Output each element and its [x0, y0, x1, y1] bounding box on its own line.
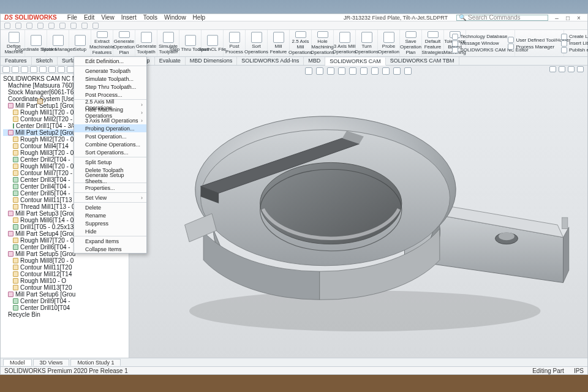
- ribbon--axis[interactable]: 2.5 Axis Mill Operations: [290, 30, 312, 56]
- vp-edit-icon[interactable]: [404, 67, 412, 75]
- vp-orient-icon[interactable]: [327, 67, 334, 75]
- qat-save-icon[interactable]: [37, 23, 43, 29]
- tab-features[interactable]: Features: [1, 57, 32, 65]
- ctx-post-operation-[interactable]: Post Operation...: [74, 132, 146, 140]
- ctx-rename[interactable]: Rename: [74, 211, 146, 219]
- vp-layout-icon[interactable]: [568, 66, 575, 72]
- ribbon-generate[interactable]: Generate Operation Plan: [113, 30, 135, 56]
- tree-item[interactable]: Contour Mill11[T20: [3, 264, 127, 271]
- vp-layout-icon[interactable]: [559, 66, 565, 72]
- tab-solidworks-cam-tbm[interactable]: SOLIDWORKS CAM TBM: [386, 57, 459, 65]
- vp-display-icon[interactable]: [338, 67, 345, 75]
- tab-evaluate[interactable]: Evaluate: [155, 57, 186, 65]
- fm-tab-icon[interactable]: [58, 66, 65, 73]
- vp-close-icon[interactable]: [577, 66, 584, 72]
- fm-tab-icon[interactable]: [2, 66, 10, 73]
- close-button[interactable]: ×: [574, 15, 584, 21]
- ribbon--axis-mill[interactable]: 3 Axis Mill Operations: [334, 30, 356, 56]
- tab-solidworks-add-ins[interactable]: SOLIDWORKS Add-Ins: [237, 57, 304, 65]
- vp-hide-icon[interactable]: [393, 67, 401, 75]
- ribbon-hole[interactable]: Hole Machining Operations: [312, 30, 334, 56]
- ctx-combine-operations-[interactable]: Combine Operations...: [74, 140, 146, 148]
- tree-item[interactable]: Contour Mill13[T20: [3, 284, 127, 291]
- ctx-hole-machining-operations[interactable]: Hole Machining Operations: [74, 108, 146, 116]
- menu-edit[interactable]: Edit: [81, 14, 97, 21]
- ribbon-stock-manager[interactable]: Stock Manager: [47, 30, 69, 56]
- ribbon-probe[interactable]: Probe Operation: [378, 30, 400, 56]
- maximize-button[interactable]: □: [563, 15, 573, 21]
- menu-insert[interactable]: Insert: [118, 14, 140, 21]
- qat-open-icon[interactable]: [26, 23, 32, 29]
- ribbon-default[interactable]: Default Feature Strategies: [422, 30, 444, 56]
- ctx-properties-[interactable]: Properties...: [74, 184, 146, 192]
- ribbon-publish-edrawings[interactable]: Publish eDrawings: [561, 47, 588, 53]
- qat-redo-icon[interactable]: [70, 23, 77, 29]
- ctx-generate-setup-sheets-[interactable]: Generate Setup Sheets...: [74, 174, 146, 182]
- menu-view[interactable]: View: [98, 14, 118, 21]
- ribbon-simulate[interactable]: Simulate Toolpath: [157, 30, 179, 56]
- search-commands-input[interactable]: 🔍 Search Commands: [456, 15, 548, 21]
- tree-item[interactable]: Recycle Bin: [3, 311, 127, 318]
- btab-motion-study-[interactable]: Motion Study 1: [70, 359, 121, 366]
- ctx-probing-operation-[interactable]: Probing Operation...: [74, 124, 146, 132]
- qat-options-icon[interactable]: [92, 23, 99, 29]
- btab--d-views[interactable]: 3D Views: [33, 359, 70, 366]
- ribbon-save[interactable]: Save Operation Plan: [400, 30, 422, 56]
- menu-window[interactable]: Window: [161, 14, 189, 21]
- ribbon-step-thru-toolpath[interactable]: Step Thru Toolpath: [179, 30, 202, 56]
- fm-tab-icon[interactable]: [39, 66, 47, 73]
- ctx-expand-items[interactable]: Expand Items: [74, 237, 146, 245]
- ctx-hide[interactable]: Hide: [74, 227, 146, 235]
- minimize-button[interactable]: –: [552, 15, 562, 21]
- menu-file[interactable]: File: [64, 14, 80, 21]
- ctx-step-thru-toolpath-[interactable]: Step Thru Toolpath...: [74, 83, 146, 91]
- qat-home-icon[interactable]: [4, 23, 10, 29]
- ctx--axis-mill-operations[interactable]: 3 Axis Mill Operations: [74, 116, 146, 124]
- ribbon-mill[interactable]: Mill Feature: [268, 30, 290, 56]
- ctx-generate-toolpath[interactable]: Generate Toolpath: [74, 67, 146, 75]
- ribbon-save-cl-file[interactable]: Save CL File: [202, 30, 224, 56]
- tab-sketch[interactable]: Sketch: [32, 57, 58, 65]
- tree-item[interactable]: Center Drill9[T04 -: [3, 298, 127, 304]
- tab-solidworks-cam[interactable]: SOLIDWORKS CAM: [325, 58, 386, 66]
- ribbon-insert-library-object[interactable]: Insert Library Object: [561, 40, 588, 47]
- qat-print-icon[interactable]: [48, 23, 55, 29]
- ribbon-extract[interactable]: Extract Machinable Features: [91, 30, 113, 56]
- ctx-collapse-items[interactable]: Collapse Items: [74, 245, 146, 253]
- tab-mbd[interactable]: MBD: [304, 57, 325, 65]
- menu-help[interactable]: Help: [190, 14, 209, 21]
- vp-appearance-icon[interactable]: [371, 67, 379, 75]
- fm-tab-icon[interactable]: [21, 66, 28, 73]
- ctx-suppress[interactable]: Suppress: [74, 219, 146, 227]
- vp-scene-icon[interactable]: [360, 67, 368, 75]
- tree-item[interactable]: Rough Mill10 - O: [3, 277, 127, 284]
- tree-item[interactable]: Contour Mill12[T14: [3, 271, 127, 277]
- fm-tab-icon[interactable]: [30, 66, 37, 73]
- ctx-simulate-toolpath-[interactable]: Simulate Toolpath...: [74, 75, 146, 83]
- ribbon-sort[interactable]: Sort Operations: [246, 30, 268, 56]
- ribbon-generate[interactable]: Generate Toolpath: [135, 30, 157, 56]
- fm-tab-icon[interactable]: [48, 66, 56, 73]
- ribbon-define[interactable]: Define Machine: [3, 30, 25, 56]
- tab-mbd-dimensions[interactable]: MBD Dimensions: [186, 57, 238, 65]
- ctx-set-view[interactable]: Set View: [74, 194, 146, 202]
- qat-undo-icon[interactable]: [59, 23, 66, 29]
- vp-zoom-icon[interactable]: [305, 67, 312, 75]
- ribbon-post[interactable]: Post Process: [224, 30, 246, 56]
- ctx-post-process-[interactable]: Post Process...: [74, 91, 146, 99]
- tree-item[interactable]: Mill Part Setup6 [Grou: [3, 291, 127, 298]
- context-menu[interactable]: Edit Definition...Generate ToolpathSimul…: [74, 56, 147, 254]
- ctx-edit-definition-[interactable]: Edit Definition...: [74, 57, 146, 65]
- ctx-split-setup[interactable]: Split Setup: [74, 158, 146, 166]
- tree-item[interactable]: Center Drill10[T04: [3, 304, 127, 311]
- vp-fit-icon[interactable]: [316, 67, 323, 75]
- ctx-delete[interactable]: Delete: [74, 203, 146, 211]
- vp-section-icon[interactable]: [349, 67, 356, 75]
- viewport[interactable]: [129, 66, 587, 358]
- btab-model[interactable]: Model: [3, 359, 32, 366]
- qat-rebuild-icon[interactable]: [81, 23, 88, 29]
- menu-tools[interactable]: Tools: [140, 14, 160, 21]
- fm-tab-icon[interactable]: [12, 66, 19, 73]
- ribbon-coordinate-system[interactable]: Coordinate System: [25, 30, 47, 56]
- qat-new-icon[interactable]: [15, 23, 21, 29]
